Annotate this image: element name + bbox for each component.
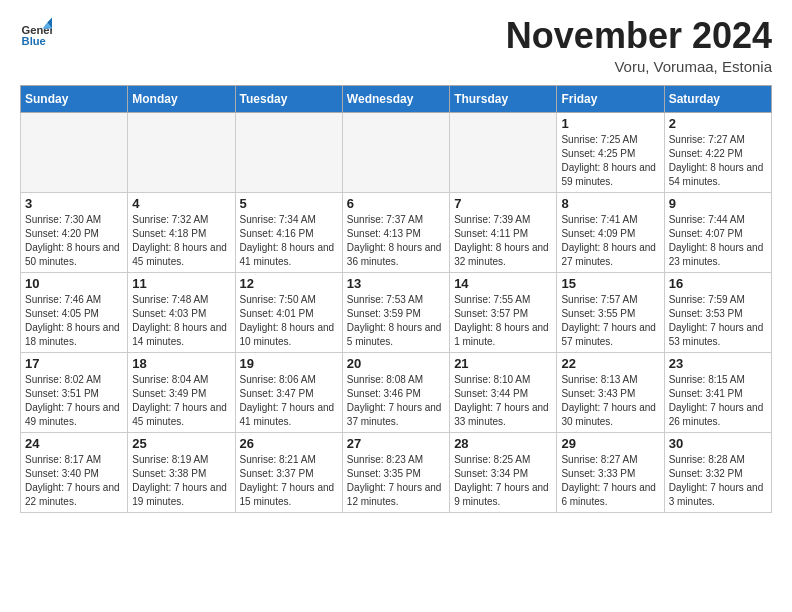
day-info: Sunrise: 8:27 AMSunset: 3:33 PMDaylight:… [561, 453, 659, 509]
calendar-cell: 5Sunrise: 7:34 AMSunset: 4:16 PMDaylight… [235, 192, 342, 272]
calendar-cell: 20Sunrise: 8:08 AMSunset: 3:46 PMDayligh… [342, 352, 449, 432]
day-info: Sunrise: 7:55 AMSunset: 3:57 PMDaylight:… [454, 293, 552, 349]
calendar-cell: 17Sunrise: 8:02 AMSunset: 3:51 PMDayligh… [21, 352, 128, 432]
day-number: 19 [240, 356, 338, 371]
calendar-cell: 7Sunrise: 7:39 AMSunset: 4:11 PMDaylight… [450, 192, 557, 272]
calendar-body: 1Sunrise: 7:25 AMSunset: 4:25 PMDaylight… [21, 112, 772, 512]
calendar-cell: 14Sunrise: 7:55 AMSunset: 3:57 PMDayligh… [450, 272, 557, 352]
day-info: Sunrise: 7:27 AMSunset: 4:22 PMDaylight:… [669, 133, 767, 189]
calendar-week-5: 24Sunrise: 8:17 AMSunset: 3:40 PMDayligh… [21, 432, 772, 512]
day-number: 25 [132, 436, 230, 451]
day-number: 10 [25, 276, 123, 291]
day-info: Sunrise: 8:10 AMSunset: 3:44 PMDaylight:… [454, 373, 552, 429]
calendar-cell: 12Sunrise: 7:50 AMSunset: 4:01 PMDayligh… [235, 272, 342, 352]
calendar-week-4: 17Sunrise: 8:02 AMSunset: 3:51 PMDayligh… [21, 352, 772, 432]
day-info: Sunrise: 7:37 AMSunset: 4:13 PMDaylight:… [347, 213, 445, 269]
calendar-header: SundayMondayTuesdayWednesdayThursdayFrid… [21, 85, 772, 112]
calendar-cell: 26Sunrise: 8:21 AMSunset: 3:37 PMDayligh… [235, 432, 342, 512]
weekday-header-tuesday: Tuesday [235, 85, 342, 112]
day-number: 1 [561, 116, 659, 131]
calendar-cell: 9Sunrise: 7:44 AMSunset: 4:07 PMDaylight… [664, 192, 771, 272]
logo: General Blue [20, 16, 54, 48]
day-info: Sunrise: 7:30 AMSunset: 4:20 PMDaylight:… [25, 213, 123, 269]
day-number: 9 [669, 196, 767, 211]
day-info: Sunrise: 8:25 AMSunset: 3:34 PMDaylight:… [454, 453, 552, 509]
day-info: Sunrise: 8:19 AMSunset: 3:38 PMDaylight:… [132, 453, 230, 509]
day-number: 5 [240, 196, 338, 211]
day-number: 4 [132, 196, 230, 211]
day-number: 30 [669, 436, 767, 451]
weekday-header-sunday: Sunday [21, 85, 128, 112]
calendar-cell [450, 112, 557, 192]
calendar-cell [342, 112, 449, 192]
day-info: Sunrise: 7:48 AMSunset: 4:03 PMDaylight:… [132, 293, 230, 349]
calendar-week-2: 3Sunrise: 7:30 AMSunset: 4:20 PMDaylight… [21, 192, 772, 272]
calendar-week-1: 1Sunrise: 7:25 AMSunset: 4:25 PMDaylight… [21, 112, 772, 192]
calendar-cell [128, 112, 235, 192]
day-info: Sunrise: 7:39 AMSunset: 4:11 PMDaylight:… [454, 213, 552, 269]
weekday-header-wednesday: Wednesday [342, 85, 449, 112]
day-info: Sunrise: 7:46 AMSunset: 4:05 PMDaylight:… [25, 293, 123, 349]
day-info: Sunrise: 7:34 AMSunset: 4:16 PMDaylight:… [240, 213, 338, 269]
calendar-cell: 16Sunrise: 7:59 AMSunset: 3:53 PMDayligh… [664, 272, 771, 352]
day-number: 20 [347, 356, 445, 371]
weekday-header-friday: Friday [557, 85, 664, 112]
weekday-header-row: SundayMondayTuesdayWednesdayThursdayFrid… [21, 85, 772, 112]
calendar-cell: 30Sunrise: 8:28 AMSunset: 3:32 PMDayligh… [664, 432, 771, 512]
calendar-cell: 15Sunrise: 7:57 AMSunset: 3:55 PMDayligh… [557, 272, 664, 352]
calendar-cell: 2Sunrise: 7:27 AMSunset: 4:22 PMDaylight… [664, 112, 771, 192]
day-info: Sunrise: 8:21 AMSunset: 3:37 PMDaylight:… [240, 453, 338, 509]
day-number: 8 [561, 196, 659, 211]
day-info: Sunrise: 7:25 AMSunset: 4:25 PMDaylight:… [561, 133, 659, 189]
calendar-cell: 19Sunrise: 8:06 AMSunset: 3:47 PMDayligh… [235, 352, 342, 432]
calendar-cell: 8Sunrise: 7:41 AMSunset: 4:09 PMDaylight… [557, 192, 664, 272]
calendar-cell: 23Sunrise: 8:15 AMSunset: 3:41 PMDayligh… [664, 352, 771, 432]
day-number: 18 [132, 356, 230, 371]
day-number: 22 [561, 356, 659, 371]
day-info: Sunrise: 7:44 AMSunset: 4:07 PMDaylight:… [669, 213, 767, 269]
calendar-cell: 6Sunrise: 7:37 AMSunset: 4:13 PMDaylight… [342, 192, 449, 272]
month-title: November 2024 [506, 16, 772, 56]
day-number: 11 [132, 276, 230, 291]
day-info: Sunrise: 8:28 AMSunset: 3:32 PMDaylight:… [669, 453, 767, 509]
day-info: Sunrise: 8:06 AMSunset: 3:47 PMDaylight:… [240, 373, 338, 429]
calendar-cell: 1Sunrise: 7:25 AMSunset: 4:25 PMDaylight… [557, 112, 664, 192]
day-number: 3 [25, 196, 123, 211]
day-number: 24 [25, 436, 123, 451]
page-header: General Blue November 2024 Voru, Vorumaa… [20, 16, 772, 75]
calendar-table: SundayMondayTuesdayWednesdayThursdayFrid… [20, 85, 772, 513]
calendar-cell [21, 112, 128, 192]
calendar-cell: 25Sunrise: 8:19 AMSunset: 3:38 PMDayligh… [128, 432, 235, 512]
calendar-cell: 28Sunrise: 8:25 AMSunset: 3:34 PMDayligh… [450, 432, 557, 512]
day-number: 6 [347, 196, 445, 211]
calendar-cell [235, 112, 342, 192]
calendar-week-3: 10Sunrise: 7:46 AMSunset: 4:05 PMDayligh… [21, 272, 772, 352]
location-subtitle: Voru, Vorumaa, Estonia [506, 58, 772, 75]
calendar-cell: 11Sunrise: 7:48 AMSunset: 4:03 PMDayligh… [128, 272, 235, 352]
day-number: 28 [454, 436, 552, 451]
day-info: Sunrise: 8:15 AMSunset: 3:41 PMDaylight:… [669, 373, 767, 429]
day-info: Sunrise: 8:17 AMSunset: 3:40 PMDaylight:… [25, 453, 123, 509]
calendar-cell: 18Sunrise: 8:04 AMSunset: 3:49 PMDayligh… [128, 352, 235, 432]
calendar-page: General Blue November 2024 Voru, Vorumaa… [0, 0, 792, 612]
day-number: 26 [240, 436, 338, 451]
day-number: 29 [561, 436, 659, 451]
day-info: Sunrise: 7:41 AMSunset: 4:09 PMDaylight:… [561, 213, 659, 269]
calendar-cell: 29Sunrise: 8:27 AMSunset: 3:33 PMDayligh… [557, 432, 664, 512]
day-info: Sunrise: 8:13 AMSunset: 3:43 PMDaylight:… [561, 373, 659, 429]
calendar-cell: 10Sunrise: 7:46 AMSunset: 4:05 PMDayligh… [21, 272, 128, 352]
day-number: 14 [454, 276, 552, 291]
day-info: Sunrise: 7:32 AMSunset: 4:18 PMDaylight:… [132, 213, 230, 269]
calendar-cell: 4Sunrise: 7:32 AMSunset: 4:18 PMDaylight… [128, 192, 235, 272]
day-info: Sunrise: 7:59 AMSunset: 3:53 PMDaylight:… [669, 293, 767, 349]
day-number: 7 [454, 196, 552, 211]
day-number: 27 [347, 436, 445, 451]
day-number: 23 [669, 356, 767, 371]
calendar-cell: 13Sunrise: 7:53 AMSunset: 3:59 PMDayligh… [342, 272, 449, 352]
calendar-cell: 3Sunrise: 7:30 AMSunset: 4:20 PMDaylight… [21, 192, 128, 272]
day-info: Sunrise: 8:02 AMSunset: 3:51 PMDaylight:… [25, 373, 123, 429]
weekday-header-saturday: Saturday [664, 85, 771, 112]
day-info: Sunrise: 8:23 AMSunset: 3:35 PMDaylight:… [347, 453, 445, 509]
weekday-header-thursday: Thursday [450, 85, 557, 112]
calendar-cell: 21Sunrise: 8:10 AMSunset: 3:44 PMDayligh… [450, 352, 557, 432]
